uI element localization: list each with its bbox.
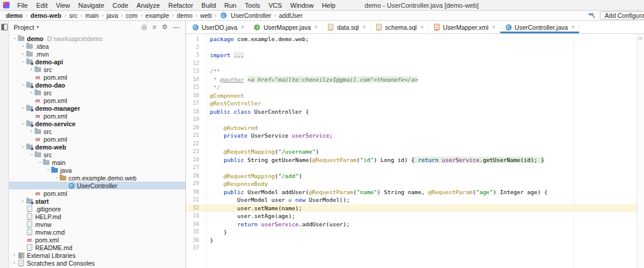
line-number[interactable]: 34 [186, 220, 203, 229]
code-line-37[interactable]: 37 [186, 244, 637, 253]
code-line-23[interactable]: 23 @RequestMapping("/username") [186, 148, 637, 156]
close-icon[interactable]: × [363, 24, 366, 30]
menu-item-tools[interactable]: Tools [240, 0, 264, 10]
tree-item-demo-service[interactable]: ›demo-service [9, 120, 185, 127]
chevron-expanded-icon[interactable]: › [45, 167, 51, 173]
chevron-collapsed-icon[interactable]: › [20, 43, 26, 49]
chevron-expanded-icon[interactable]: › [20, 105, 26, 111]
code-line-31[interactable]: 31 UserModel user = new UserModel(); [186, 196, 637, 204]
code-line-20[interactable]: 20 @Autowired [186, 124, 637, 132]
line-number[interactable]: 33 [186, 212, 203, 220]
project-panel-title[interactable]: Project [14, 24, 34, 31]
line-number[interactable]: 22 [186, 140, 203, 148]
locate-icon[interactable]: ◎ [141, 24, 147, 30]
line-number[interactable]: 23 [186, 148, 203, 156]
line-number[interactable]: 32 [186, 204, 203, 213]
breadcrumb-demo[interactable]: demo [177, 12, 193, 19]
line-number[interactable]: 30 [186, 188, 203, 197]
code-line-3[interactable]: 3import ... [186, 51, 637, 60]
menu-item-navigate[interactable]: Navigate [74, 0, 108, 10]
menu-item-window[interactable]: Window [286, 0, 318, 10]
chevron-collapsed-icon[interactable]: › [20, 51, 26, 57]
line-number[interactable]: 37 [186, 244, 203, 253]
tree-item-gitignore[interactable]: .gitignore [9, 205, 185, 213]
code-line-16[interactable]: 16@Component [186, 92, 637, 100]
chevron-expanded-icon[interactable]: › [29, 152, 34, 158]
line-number[interactable]: 28 [186, 172, 203, 180]
code-line-22[interactable]: 22 [186, 140, 637, 148]
line-number[interactable]: 15 [186, 83, 203, 92]
line-number[interactable]: 13 [186, 67, 203, 76]
code-line-36[interactable]: 36} [186, 236, 637, 245]
tree-item-usercontroller[interactable]: CUserController [9, 182, 185, 189]
chevron-expanded-icon[interactable]: › [54, 175, 59, 181]
line-number[interactable]: 14 [186, 76, 203, 84]
close-icon[interactable]: × [492, 24, 496, 30]
code-line-29[interactable]: 29 @ResponseBody [186, 180, 637, 188]
code-line-33[interactable]: 33 user.setAge(age); [186, 212, 637, 220]
code-line-15[interactable]: 15 */ [186, 83, 637, 92]
code-line-27[interactable]: 27 [186, 164, 637, 172]
menu-item-file[interactable]: File [13, 0, 32, 10]
code-line-28[interactable]: 28 @RequestMapping("/add") [186, 172, 637, 180]
chevron-expanded-icon[interactable]: › [20, 144, 26, 150]
code-line-2[interactable]: 2 [186, 43, 637, 52]
menu-item-build[interactable]: Build [197, 0, 220, 10]
tree-item-pom-xml[interactable]: mpom.xml [9, 112, 185, 120]
close-icon[interactable]: × [241, 24, 244, 30]
tree-item-idea[interactable]: ›.idea [9, 42, 185, 50]
code-line-17[interactable]: 17@RestController [186, 99, 637, 108]
line-number[interactable]: 36 [186, 236, 203, 245]
tree-item-pom-xml[interactable]: mpom.xml [9, 189, 185, 197]
menu-item-analyze[interactable]: Analyze [132, 0, 164, 10]
menu-item-edit[interactable]: Edit [32, 0, 52, 10]
chevron-down-icon[interactable]: ▾ [36, 24, 39, 30]
breadcrumb-demo[interactable]: demo [5, 12, 23, 19]
tree-item-src[interactable]: ›src [9, 66, 185, 73]
line-number[interactable]: 17 [186, 99, 203, 108]
breadcrumb-main[interactable]: main [85, 12, 100, 19]
breadcrumb-usercontroller[interactable]: CUserController [219, 12, 272, 20]
tree-item-pom-xml[interactable]: mpom.xml [9, 96, 185, 104]
menu-item-run[interactable]: Run [220, 0, 240, 10]
tree-item-src[interactable]: ›src [9, 151, 185, 158]
editor-tab-schema-sql[interactable]: schema.sql× [371, 21, 429, 33]
line-number[interactable]: 27 [186, 164, 203, 172]
tree-item-src[interactable]: ›src [9, 127, 185, 135]
editor-tab-usermapper-java[interactable]: IUserMapper.java× [249, 21, 323, 33]
tree-item-mvn[interactable]: ›.mvn [9, 50, 185, 58]
editor-tab-usercontroller-java[interactable]: CUserController.java× [500, 21, 580, 33]
menu-item-vcs[interactable]: VCS [264, 0, 286, 10]
line-number[interactable]: 20 [186, 124, 203, 132]
code-line-24[interactable]: 24 public String getUserName(@RequestPar… [186, 156, 637, 164]
project-tool-window-button[interactable] [1, 24, 8, 30]
chevron-expanded-icon[interactable]: › [37, 160, 42, 166]
tree-item-demo-web[interactable]: ›demo-web [9, 143, 185, 151]
code-line-34[interactable]: 34 return userService.addUser(user); [186, 220, 637, 229]
menu-item-refactor[interactable]: Refactor [164, 0, 197, 10]
editor[interactable]: 1package com.example.demo.web;23import .… [186, 34, 644, 268]
code-line-18[interactable]: 18public class UserController { [186, 108, 637, 116]
tree-item-com-example-demo-web[interactable]: ›com.example.demo.web [9, 174, 185, 182]
tree-item-external-libraries[interactable]: ›External Libraries [9, 251, 185, 259]
line-number[interactable]: 3 [186, 51, 203, 60]
tree-item-pom-xml[interactable]: mpom.xml [9, 236, 185, 244]
hide-icon[interactable]: — [173, 24, 179, 30]
tree-item-scratches-and-consoles[interactable]: ›Scratches and Consoles [9, 259, 185, 267]
tree-item-demo-dao[interactable]: ›demo-dao [9, 81, 185, 89]
code-line-1[interactable]: 1package com.example.demo.web; [186, 35, 637, 43]
breadcrumb-adduser[interactable]: addUser [278, 12, 304, 19]
code-line-14[interactable]: 14 * @author <a href="mailto:chenxilzx1@… [186, 76, 637, 84]
breadcrumb-demo-web[interactable]: demo-web [30, 12, 62, 19]
code-line-13[interactable]: 13/** [186, 67, 637, 76]
editor-tab-usermapper-xml[interactable]: UserMapper.xml× [429, 21, 500, 33]
build-hammer-icon[interactable] [588, 12, 596, 20]
chevron-collapsed-icon[interactable]: › [20, 198, 26, 204]
tree-item-pom-xml[interactable]: mpom.xml [9, 135, 185, 143]
chevron-expanded-icon[interactable]: › [12, 36, 17, 42]
chevron-expanded-icon[interactable]: › [20, 121, 26, 127]
line-number[interactable]: 1 [186, 35, 203, 43]
menu-item-help[interactable]: Help [318, 0, 340, 10]
line-number[interactable]: 24 [186, 156, 203, 164]
code-line-35[interactable]: 35 } [186, 228, 637, 236]
